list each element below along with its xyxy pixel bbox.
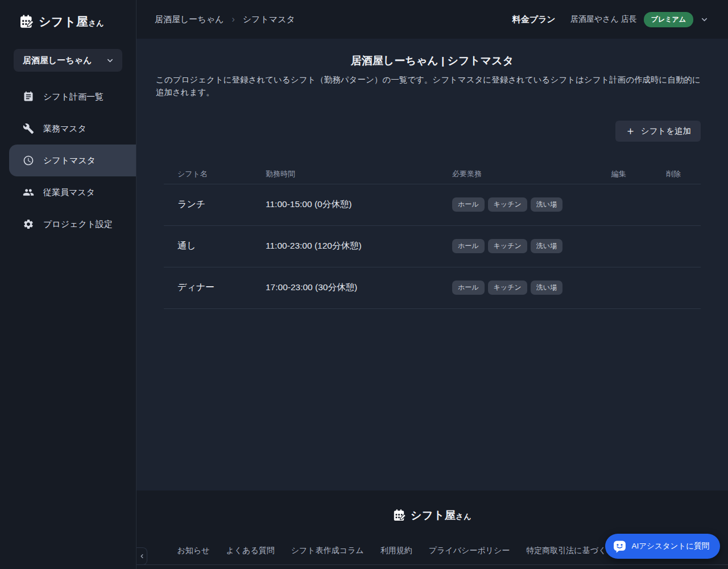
sidebar-collapse-button[interactable] xyxy=(136,547,147,565)
footer-logo: シフト屋さん xyxy=(136,490,728,523)
sidebar-item-label: プロジェクト設定 xyxy=(43,219,113,230)
pricing-plan-link[interactable]: 料金プラン xyxy=(512,14,556,25)
toolbar: ＋ シフトを追加 xyxy=(136,121,728,142)
users-icon xyxy=(23,187,34,198)
calendar-icon xyxy=(23,91,34,102)
table-header-row: シフト名勤務時間必要業務編集削除 xyxy=(164,164,701,184)
required-tasks: ホールキッチン洗い場 xyxy=(452,197,592,212)
app-logo: シフト屋さん xyxy=(0,0,136,30)
breadcrumb-page: シフトマスタ xyxy=(243,14,295,25)
page-description: このプロジェクトに登録されているシフト（勤務パターン）の一覧です。シフトマスタに… xyxy=(156,74,709,99)
sidebar-item-shift-plans[interactable]: シフト計画一覧 xyxy=(0,81,136,113)
footer-link[interactable]: シフト表作成コラム xyxy=(291,546,364,556)
task-tag: 洗い場 xyxy=(531,281,562,295)
chevron-down-icon xyxy=(106,56,114,65)
task-tag: 洗い場 xyxy=(531,239,562,253)
calendar-pencil-logo-icon xyxy=(19,14,35,30)
task-tag: キッチン xyxy=(488,281,527,295)
required-tasks: ホールキッチン洗い場 xyxy=(452,239,592,253)
shift-table-row: ディナー17:00-23:00 (30分休憩)ホールキッチン洗い場 xyxy=(164,267,701,309)
sidebar-item-label: シフト計画一覧 xyxy=(43,92,104,102)
plus-icon: ＋ xyxy=(625,125,636,136)
main-content: 居酒屋しーちゃん | シフトマスタ このプロジェクトに登録されているシフト（勤務… xyxy=(136,39,728,490)
sidebar-item-label: 業務マスタ xyxy=(43,123,86,134)
breadcrumb-separator-icon: › xyxy=(231,14,234,24)
task-tag: ホール xyxy=(452,239,485,253)
column-header: 勤務時間 xyxy=(266,169,452,179)
footer-link[interactable]: プライバシーポリシー xyxy=(429,546,510,556)
account-name: 居酒屋やさん 店長 xyxy=(570,14,637,24)
sidebar-item-label: 従業員マスタ xyxy=(43,187,95,198)
add-shift-button-label: シフトを追加 xyxy=(641,126,691,137)
column-header: 編集 xyxy=(592,169,646,179)
task-tag: キッチン xyxy=(488,239,527,253)
app-title: シフト屋さん xyxy=(39,14,104,30)
sidebar-menu: シフト計画一覧業務マスタシフトマスタ従業員マスタプロジェクト設定 xyxy=(0,81,136,240)
ai-assistant-button[interactable]: AIアシスタントに質問 xyxy=(605,534,720,559)
shift-name: ディナー xyxy=(164,282,266,294)
breadcrumb-project[interactable]: 居酒屋しーちゃん xyxy=(155,14,224,25)
shift-time: 11:00-23:00 (120分休憩) xyxy=(266,240,452,252)
footer-app-title: シフト屋さん xyxy=(411,508,471,523)
table-body: ランチ11:00-15:00 (0分休憩)ホールキッチン洗い場通し11:00-2… xyxy=(164,184,701,309)
footer-link[interactable]: 利用規約 xyxy=(380,546,412,556)
column-header: 必要業務 xyxy=(452,169,592,179)
wrench-icon xyxy=(23,123,34,134)
shift-table: シフト名勤務時間必要業務編集削除 ランチ11:00-15:00 (0分休憩)ホー… xyxy=(164,164,701,309)
page-title: 居酒屋しーちゃん | シフトマスタ xyxy=(136,53,728,68)
shift-table-row: 通し11:00-23:00 (120分休憩)ホールキッチン洗い場 xyxy=(164,226,701,267)
footer-link[interactable]: よくある質問 xyxy=(226,546,274,556)
task-tag: 洗い場 xyxy=(531,197,562,212)
breadcrumb: 居酒屋しーちゃん › シフトマスタ xyxy=(155,14,295,25)
premium-badge: プレミアム xyxy=(644,12,693,27)
sidebar-item-label: シフトマスタ xyxy=(43,155,96,166)
calendar-pencil-logo-icon xyxy=(393,509,407,522)
shift-name: ランチ xyxy=(164,199,266,211)
footer-link[interactable]: お知らせ xyxy=(177,546,209,556)
account-menu[interactable]: 居酒屋やさん 店長 プレミアム xyxy=(570,12,709,27)
shift-time: 17:00-23:00 (30分休憩) xyxy=(266,282,452,294)
task-tag: キッチン xyxy=(488,197,527,212)
clock-icon xyxy=(23,155,34,166)
project-selector-label: 居酒屋しーちゃん xyxy=(23,55,92,66)
sidebar-item-task-master[interactable]: 業務マスタ xyxy=(0,113,136,145)
chevron-left-icon xyxy=(139,553,145,559)
sidebar: シフト屋さん 居酒屋しーちゃん シフト計画一覧業務マスタシフトマスタ従業員マスタ… xyxy=(0,0,136,569)
chat-bubble-smiley-icon xyxy=(613,539,627,554)
sidebar-item-project-settings[interactable]: プロジェクト設定 xyxy=(0,208,136,240)
footer-divider xyxy=(136,564,728,565)
shift-table-row: ランチ11:00-15:00 (0分休憩)ホールキッチン洗い場 xyxy=(164,184,701,226)
gear-icon xyxy=(23,218,34,230)
ai-assistant-label: AIアシスタントに質問 xyxy=(632,541,709,551)
top-header: 居酒屋しーちゃん › シフトマスタ 料金プラン 居酒屋やさん 店長 プレミアム xyxy=(136,0,728,39)
shift-time: 11:00-15:00 (0分休憩) xyxy=(266,199,452,211)
shift-name: 通し xyxy=(164,240,266,252)
sidebar-item-employee-master[interactable]: 従業員マスタ xyxy=(0,176,136,208)
column-header: シフト名 xyxy=(164,169,266,179)
column-header: 削除 xyxy=(646,169,701,179)
sidebar-item-shift-master[interactable]: シフトマスタ xyxy=(9,145,136,176)
task-tag: ホール xyxy=(452,281,485,295)
task-tag: ホール xyxy=(452,197,485,212)
required-tasks: ホールキッチン洗い場 xyxy=(452,281,592,295)
chevron-down-icon xyxy=(700,15,709,24)
add-shift-button[interactable]: ＋ シフトを追加 xyxy=(615,121,701,142)
project-selector[interactable]: 居酒屋しーちゃん xyxy=(14,49,122,72)
